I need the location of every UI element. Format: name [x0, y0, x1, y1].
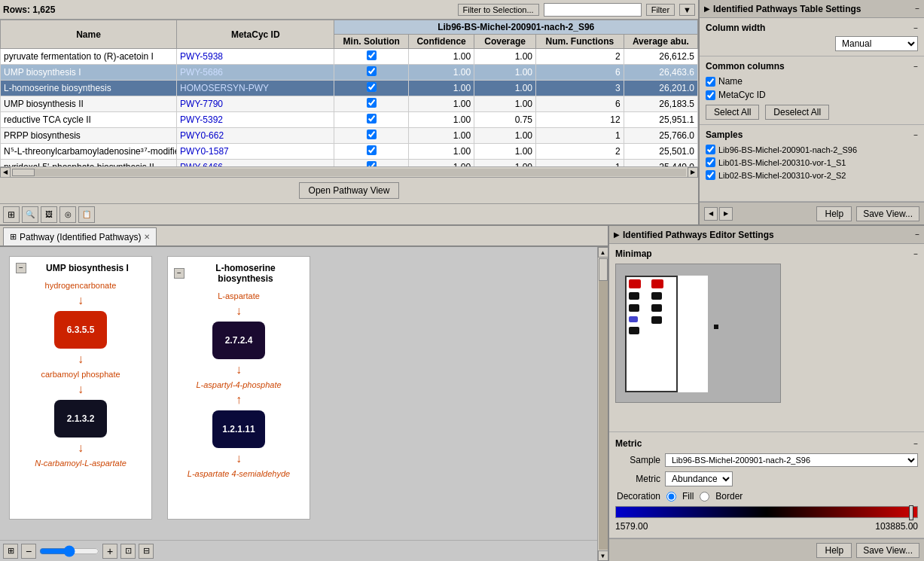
v-scroll-down[interactable]: ▼: [598, 550, 608, 561]
table-row[interactable]: PRPP biosynthesis PWY0-662 1.00 1.00 1 2…: [1, 128, 698, 144]
settings-expand-icon[interactable]: ▶: [704, 5, 710, 13]
pathway-canvas[interactable]: − UMP biosynthesis I hydrogencarbonate ↓…: [0, 247, 597, 561]
name-checkbox[interactable]: [706, 77, 715, 87]
sample-select[interactable]: Lib96-BS-Michel-200901-nach-2_S96 Lib01-…: [665, 453, 918, 467]
settings-bottom-header: ▶ Identified Pathways Editor Settings −: [609, 226, 924, 244]
cell-cov: 1.00: [474, 144, 536, 160]
node-label-ncarbamoyl: N-carbamoyl-L-aspartate: [35, 459, 127, 468]
settings-top-save-view-button[interactable]: Save View...: [856, 206, 919, 221]
cell-metacyc[interactable]: PWY-5686: [177, 65, 334, 81]
metric-collapse[interactable]: −: [913, 440, 918, 448]
enzyme-box-12111[interactable]: 1.2.1.11: [212, 410, 265, 448]
column-width-select[interactable]: Manual Auto Fixed: [835, 36, 918, 51]
cell-metacyc[interactable]: PWY-5938: [177, 49, 334, 65]
zoom-reset-btn[interactable]: ⊞: [3, 544, 18, 559]
table-row[interactable]: pyridoxal 5'-phosphate biosynthesis II P…: [1, 160, 698, 167]
table-row[interactable]: UMP biosynthesis I PWY-5686 1.00 1.00 6 …: [1, 65, 698, 81]
icon-btn-2[interactable]: 🔍: [22, 206, 38, 223]
border-radio[interactable]: [700, 492, 709, 502]
border-label: Border: [715, 491, 743, 502]
table-row[interactable]: L-homoserine biosynthesis HOMOSERSYN-PWY…: [1, 81, 698, 96]
minimap-label: Minimap: [615, 248, 652, 259]
table-scroll-area[interactable]: Name MetaCyc ID Lib96-BS-Michel-200901-n…: [0, 20, 698, 166]
sample-checkbox[interactable]: [706, 145, 715, 154]
pathway-box-ump: − UMP biosynthesis I hydrogencarbonate ↓…: [9, 256, 152, 520]
table-row[interactable]: reductive TCA cycle II PWY-5392 1.00 0.7…: [1, 112, 698, 128]
cell-metacyc[interactable]: PWY-6466: [177, 160, 334, 167]
settings-bottom-title: Identified Pathways Editor Settings: [623, 230, 774, 240]
metric-select[interactable]: Abundance Coverage: [665, 471, 733, 486]
tab-label: Pathway (Identified Pathways): [20, 232, 141, 242]
cell-minsol: [334, 65, 409, 81]
cell-metacyc[interactable]: PWY0-662: [177, 128, 334, 144]
cell-metacyc[interactable]: PWY-7790: [177, 96, 334, 112]
filter-button[interactable]: Filter: [646, 4, 675, 16]
enzyme-box-6355[interactable]: 6.3.5.5: [54, 311, 107, 349]
cell-avgabu: 26,201.0: [624, 81, 697, 96]
sample-checkbox[interactable]: [706, 170, 715, 180]
zoom-overview-btn[interactable]: ⊟: [139, 544, 154, 559]
fill-radio[interactable]: [666, 492, 676, 502]
deselect-all-button[interactable]: Deselect All: [765, 105, 829, 120]
tab-close-icon[interactable]: ✕: [144, 233, 150, 241]
cell-name: pyruvate fermentation to (R)-acetoin I: [1, 49, 177, 65]
h-scroll-right[interactable]: ▶: [688, 167, 698, 178]
zoom-minus-btn[interactable]: −: [21, 544, 36, 559]
metacyc-checkbox-row: MetaCyc ID: [706, 90, 918, 100]
minimap-collapse[interactable]: −: [913, 250, 918, 258]
filter-dropdown-button[interactable]: ▼: [679, 4, 695, 16]
filter-to-selection-button[interactable]: Filter to Selection...: [458, 4, 539, 16]
h-scrollbar[interactable]: ◀ ▶: [0, 166, 698, 177]
zoom-slider[interactable]: [39, 545, 99, 557]
enzyme-box-2132[interactable]: 2.1.3.2: [54, 400, 107, 438]
name-col-label: Name: [718, 76, 743, 87]
metacyc-checkbox[interactable]: [706, 90, 715, 100]
pathway-box-minimize-homo[interactable]: −: [174, 268, 184, 279]
settings-section-collapse2[interactable]: −: [913, 63, 918, 71]
icon-btn-3[interactable]: 🖼: [41, 206, 57, 223]
icon-btn-4[interactable]: ◎: [59, 206, 76, 223]
color-gradient: [615, 506, 918, 518]
col-numfunc-header: Num. Functions: [536, 35, 624, 49]
enzyme-box-2724[interactable]: 2.7.2.4: [212, 322, 265, 359]
fill-label: Fill: [682, 491, 694, 502]
nav-icon-right[interactable]: ▶: [719, 207, 733, 221]
settings-top-help-button[interactable]: Help: [816, 206, 852, 221]
icon-btn-5[interactable]: 📋: [78, 206, 95, 223]
settings-section-collapse1[interactable]: −: [913, 24, 918, 32]
settings-bottom-save-view-button[interactable]: Save View...: [856, 543, 919, 558]
cell-cov: 1.00: [474, 160, 536, 167]
zoom-plus-btn[interactable]: +: [102, 544, 117, 559]
cell-metacyc[interactable]: HOMOSERSYN-PWY: [177, 81, 334, 96]
filter-input[interactable]: [544, 3, 642, 17]
pathway-box-minimize-ump[interactable]: −: [16, 263, 26, 273]
table-row[interactable]: pyruvate fermentation to (R)-acetoin I P…: [1, 49, 698, 65]
settings-bottom-collapse[interactable]: −: [915, 230, 919, 239]
h-scroll-left[interactable]: ◀: [0, 167, 11, 178]
select-all-button[interactable]: Select All: [706, 105, 759, 120]
sample-checkbox-row: Lib02-BS-Michel-200310-vor-2_S2: [706, 170, 918, 180]
cell-name: UMP biosynthesis II: [1, 96, 177, 112]
v-scrollbar[interactable]: ▲ ▼: [597, 247, 608, 561]
table-row[interactable]: UMP biosynthesis II PWY-7790 1.00 1.00 6…: [1, 96, 698, 112]
minimap-canvas[interactable]: [615, 264, 781, 403]
table-row[interactable]: N⁵-L-threonylcarbamoyladenosine³⁷-modifi…: [1, 144, 698, 160]
cell-metacyc[interactable]: PWY-5392: [177, 112, 334, 128]
cell-avgabu: 25,440.0: [624, 160, 697, 167]
sample-checkbox[interactable]: [706, 157, 715, 167]
nav-icon-left[interactable]: ◀: [704, 207, 718, 221]
cell-metacyc[interactable]: PWY0-1587: [177, 144, 334, 160]
settings-bottom-expand-icon[interactable]: ▶: [614, 230, 620, 239]
settings-bottom-help-button[interactable]: Help: [816, 543, 852, 558]
settings-top-collapse[interactable]: −: [915, 5, 919, 13]
open-pathway-button[interactable]: Open Pathway View: [299, 182, 400, 199]
settings-section-collapse3[interactable]: −: [913, 131, 918, 139]
cell-avgabu: 26,463.6: [624, 65, 697, 81]
sample-item-label: Lib02-BS-Michel-200310-vor-2_S2: [718, 171, 846, 180]
pathway-tab[interactable]: ⊞ Pathway (Identified Pathways) ✕: [3, 227, 157, 245]
v-scroll-up[interactable]: ▲: [598, 247, 608, 258]
cell-numfunc: 1: [536, 128, 624, 144]
zoom-fit-btn[interactable]: ⊡: [120, 544, 136, 559]
cell-cov: 1.00: [474, 81, 536, 96]
icon-btn-1[interactable]: ⊞: [3, 206, 20, 223]
